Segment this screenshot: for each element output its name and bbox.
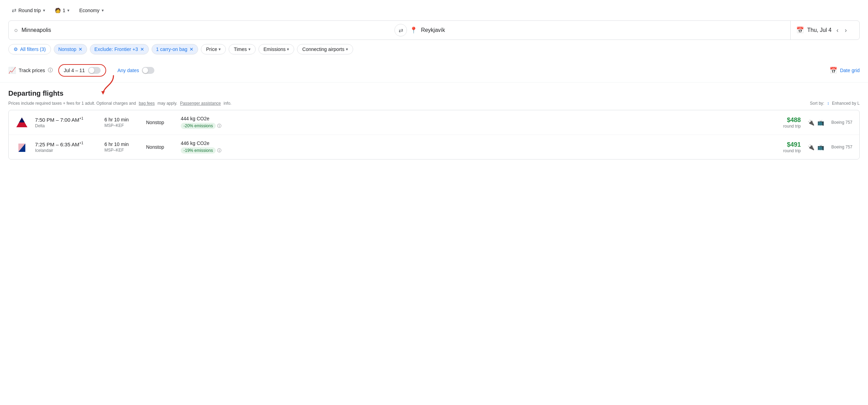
passengers-label: 1 — [63, 8, 66, 13]
passenger-icon: 🧑 — [55, 8, 61, 13]
red-arrow-annotation — [101, 74, 126, 95]
passengers-chevron: ▾ — [67, 8, 69, 13]
times-filter-label: Times — [234, 46, 247, 52]
nonstop-chip-close[interactable]: ✕ — [78, 46, 83, 52]
date-range-toggle[interactable]: Jul 4 – 11 — [58, 64, 107, 77]
departing-subtitle: Prices include required taxes + fees for… — [8, 101, 136, 106]
flight-route: MSP–KEF — [104, 148, 139, 153]
nonstop-chip[interactable]: Nonstop ✕ — [54, 44, 87, 54]
date-text: Thu, Jul 4 — [807, 27, 832, 33]
destination-icon: 📍 — [410, 26, 417, 34]
track-prices-label: 📈 Track prices ⓘ — [8, 67, 53, 74]
cabin-label: Economy — [79, 8, 99, 13]
duration-time: 6 hr 10 min — [104, 117, 139, 122]
swap-button[interactable]: ⇄ — [394, 24, 407, 36]
flight-times: 7:25 PM – 6:35 AM+1 Icelandair — [35, 141, 97, 153]
track-prices-text: Track prices — [19, 68, 45, 73]
track-info-icon[interactable]: ⓘ — [48, 67, 53, 74]
price-label: round trip — [783, 148, 801, 153]
connecting-airports-filter-button[interactable]: Connecting airports ▾ — [297, 44, 353, 54]
sort-button[interactable]: ↕ — [827, 101, 829, 106]
flight-emissions: 446 kg CO2e -19% emissions ⓘ — [181, 140, 226, 154]
departing-subtitle-end2: info. — [223, 101, 231, 106]
date-grid-icon: 📅 — [829, 67, 837, 74]
emissions-amount: 444 kg CO2e — [181, 116, 226, 121]
date-range-toggle-switch[interactable] — [88, 67, 101, 74]
carry-on-chip[interactable]: 1 carry-on bag ✕ — [152, 44, 198, 54]
departing-subtitle-end: may apply. — [158, 101, 177, 106]
track-prices-section: 📈 Track prices ⓘ Jul 4 – 11 Any dates 📅 … — [0, 59, 868, 83]
search-bar: ○ Minneapolis ⇄ 📍 Reykjavík 📅 Thu, Jul 4… — [8, 20, 860, 40]
flight-price: $488 round trip — [783, 117, 801, 129]
price-label: round trip — [783, 124, 801, 129]
flight-duration: 6 hr 10 min MSP–KEF — [104, 141, 139, 153]
sort-label: Sort by: — [810, 101, 824, 106]
destination-text: Reykjavík — [421, 27, 445, 33]
emissions-badge-text: -19% emissions — [184, 148, 213, 153]
all-filters-label: All filters (3) — [20, 46, 46, 52]
enhanced-label: Enhanced by L — [832, 101, 860, 106]
date-prev-button[interactable]: ‹ — [835, 25, 840, 35]
flight-amenities: 🔌 📺 — [808, 144, 824, 150]
emissions-amount: 446 kg CO2e — [181, 140, 226, 146]
duration-time: 6 hr 10 min — [104, 141, 139, 147]
flight-row[interactable]: 7:25 PM – 6:35 AM+1 Icelandair 6 hr 10 m… — [9, 135, 859, 159]
connecting-airports-chevron: ▾ — [346, 47, 348, 52]
emissions-badge: -20% emissions — [181, 123, 216, 129]
passengers-button[interactable]: 🧑 1 ▾ — [51, 6, 73, 15]
carry-on-chip-close[interactable]: ✕ — [189, 46, 194, 52]
passenger-assistance-link[interactable]: Passenger assistance — [180, 101, 221, 106]
departing-header: Departing flights — [0, 83, 868, 100]
flight-times: 7:50 PM – 7:00 AM+1 Delta — [35, 117, 97, 128]
flight-route: MSP–KEF — [104, 123, 139, 128]
departing-info-row: Prices include required taxes + fees for… — [0, 100, 868, 107]
delta-logo — [16, 116, 28, 129]
power-icon: 🔌 — [808, 119, 815, 126]
flight-time-range: 7:50 PM – 7:00 AM+1 — [35, 117, 97, 123]
trip-type-button[interactable]: ⇄ Round trip ▾ — [8, 5, 49, 16]
exclude-frontier-chip[interactable]: Exclude: Frontier +3 ✕ — [90, 44, 149, 54]
destination-field[interactable]: 📍 Reykjavík — [410, 26, 787, 34]
cabin-button[interactable]: Economy ▾ — [76, 6, 107, 15]
flight-emissions: 444 kg CO2e -20% emissions ⓘ — [181, 116, 226, 129]
any-dates-toggle[interactable]: Any dates — [117, 67, 154, 74]
flight-aircraft: Boeing 757 — [831, 120, 852, 125]
track-icon: 📈 — [8, 67, 16, 74]
origin-field[interactable]: ○ Minneapolis — [14, 27, 392, 34]
trip-type-chevron: ▾ — [43, 8, 45, 13]
price-amount: $491 — [783, 141, 801, 148]
overnight-indicator: +1 — [79, 141, 83, 145]
flight-amenities: 🔌 📺 — [808, 119, 824, 126]
flight-row[interactable]: 7:50 PM – 7:00 AM+1 Delta 6 hr 10 min MS… — [9, 110, 859, 135]
emissions-info-icon[interactable]: ⓘ — [217, 148, 221, 153]
times-filter-button[interactable]: Times ▾ — [229, 44, 256, 54]
any-dates-toggle-switch[interactable] — [142, 67, 154, 74]
date-field[interactable]: 📅 Thu, Jul 4 ‹ › — [790, 20, 854, 40]
all-filters-button[interactable]: ⚙ All filters (3) — [8, 44, 51, 54]
icelandair-logo — [16, 141, 28, 153]
bag-fees-link[interactable]: bag fees — [139, 101, 155, 106]
filter-bar: ⚙ All filters (3) Nonstop ✕ Exclude: Fro… — [0, 40, 868, 59]
date-grid-button[interactable]: 📅 Date grid — [829, 67, 860, 74]
times-chevron: ▾ — [248, 47, 250, 52]
emissions-chevron: ▾ — [287, 47, 289, 52]
filter-sliders-icon: ⚙ — [14, 46, 18, 52]
flight-time-range: 7:25 PM – 6:35 AM+1 — [35, 141, 97, 147]
flight-price: $491 round trip — [783, 141, 801, 153]
emissions-info-icon[interactable]: ⓘ — [217, 123, 221, 128]
flight-duration: 6 hr 10 min MSP–KEF — [104, 117, 139, 128]
carry-on-chip-label: 1 carry-on bag — [156, 46, 187, 52]
flight-stops: Nonstop — [146, 120, 174, 125]
origin-icon: ○ — [14, 27, 18, 34]
any-dates-toggle-knob — [143, 68, 148, 73]
price-filter-button[interactable]: Price ▾ — [201, 44, 226, 54]
exclude-frontier-chip-close[interactable]: ✕ — [140, 46, 144, 52]
overnight-indicator: +1 — [79, 117, 83, 120]
emissions-filter-button[interactable]: Emissions ▾ — [258, 44, 295, 54]
price-filter-label: Price — [206, 46, 217, 52]
nonstop-chip-label: Nonstop — [58, 46, 76, 52]
emissions-badge-text: -20% emissions — [184, 123, 213, 128]
sort-icon: ↕ — [827, 101, 829, 106]
flight-airline: Icelandair — [35, 148, 97, 153]
date-next-button[interactable]: › — [843, 25, 848, 35]
